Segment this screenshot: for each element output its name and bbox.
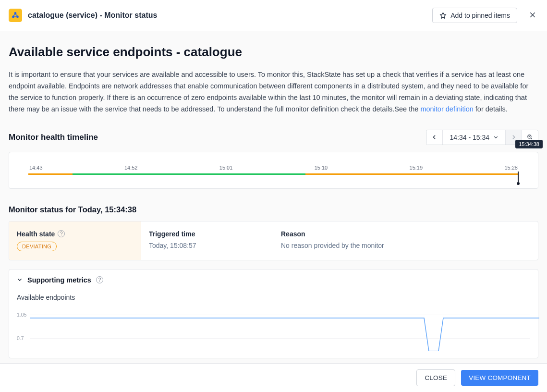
timeline-panel: 15:34:38 14:43 14:52 15:01 15:10 15:19 1… <box>9 152 538 189</box>
timeline-cursor-dot <box>517 182 520 185</box>
modal-header: catalogue (service) - Monitor status Add… <box>0 0 547 31</box>
timeline-cursor-badge: 15:34:38 <box>515 140 543 148</box>
modal-content: Available service endpoints - catalogue … <box>0 31 547 365</box>
chart-title: Available endpoints <box>17 294 530 301</box>
timeline-tick: 15:01 <box>219 165 233 171</box>
close-icon <box>529 11 536 19</box>
page-description: It is important to ensure that your serv… <box>9 69 538 115</box>
time-range-label: 14:34 - 15:34 <box>450 134 489 141</box>
timeline-cursor[interactable] <box>518 172 519 182</box>
supporting-metrics-panel: Supporting metrics ? Available endpoints… <box>9 269 538 358</box>
header-right: Add to pinned items <box>432 8 538 23</box>
pin-button-label: Add to pinned items <box>450 12 510 19</box>
description-text-post: for details. <box>474 105 508 113</box>
header-title: catalogue (service) - Monitor status <box>28 11 157 20</box>
y-tick: 1.05 <box>17 312 26 318</box>
health-state-label: Health state ? <box>17 230 133 238</box>
timeline-section-header: Monitor health timeline 14:34 - 15:34 <box>9 130 538 145</box>
timeline-tick: 15:10 <box>315 165 328 171</box>
timeline-tick: 14:43 <box>29 165 43 171</box>
timeline-tick: 14:52 <box>124 165 138 171</box>
help-icon[interactable]: ? <box>96 276 103 283</box>
modal-footer: CLOSE VIEW COMPONENT <box>0 363 547 392</box>
close-modal-button[interactable] <box>527 9 538 22</box>
service-icon <box>9 9 22 22</box>
reason-value: No reason provided by the monitor <box>281 242 530 249</box>
status-section-title: Monitor status for Today, 15:34:38 <box>9 205 538 214</box>
timeline-bar[interactable] <box>28 173 519 175</box>
status-row: Health state ? DEVIATING Triggered time … <box>9 221 538 260</box>
triggered-time-label: Triggered time <box>149 230 265 238</box>
timeline-segment-deviating <box>305 173 519 175</box>
chevron-left-icon <box>431 134 438 140</box>
svg-point-1 <box>12 16 14 17</box>
close-button[interactable]: CLOSE <box>416 369 455 386</box>
pin-icon <box>439 12 447 19</box>
time-prev-button[interactable] <box>426 130 443 145</box>
health-state-badge: DEVIATING <box>17 242 57 251</box>
add-to-pinned-button[interactable]: Add to pinned items <box>432 8 517 23</box>
timeline-ticks: 14:43 14:52 15:01 15:10 15:19 15:28 <box>28 165 519 171</box>
metrics-title: Supporting metrics <box>27 276 91 284</box>
time-range-selector[interactable]: 14:34 - 15:34 <box>443 130 506 145</box>
health-state-label-text: Health state <box>17 230 55 238</box>
chevron-down-icon <box>493 135 498 140</box>
page-title: Available service endpoints - catalogue <box>9 45 538 60</box>
timeline-segment-healthy <box>73 173 305 175</box>
svg-point-0 <box>14 12 16 14</box>
timeline-tick: 15:28 <box>504 165 518 171</box>
health-state-cell: Health state ? DEVIATING <box>9 221 141 260</box>
timeline-tick: 15:19 <box>410 165 423 171</box>
triggered-time-cell: Triggered time Today, 15:08:57 <box>141 221 273 260</box>
y-tick: 0.7 <box>17 335 24 341</box>
svg-point-2 <box>17 16 18 17</box>
chevron-down-icon <box>17 276 23 284</box>
timeline-segment-deviating <box>28 173 73 175</box>
triggered-time-value: Today, 15:08:57 <box>149 242 265 249</box>
view-component-button[interactable]: VIEW COMPONENT <box>461 370 538 386</box>
metrics-header[interactable]: Supporting metrics ? <box>17 276 530 284</box>
reason-cell: Reason No reason provided by the monitor <box>273 221 538 260</box>
monitor-definition-link[interactable]: monitor definition <box>420 105 473 113</box>
timeline-title: Monitor health timeline <box>9 133 98 142</box>
line-chart-svg <box>30 308 539 351</box>
help-icon[interactable]: ? <box>58 230 65 237</box>
reason-label: Reason <box>281 230 530 238</box>
header-left: catalogue (service) - Monitor status <box>9 9 157 22</box>
chart-area: 1.05 0.7 <box>17 308 530 351</box>
